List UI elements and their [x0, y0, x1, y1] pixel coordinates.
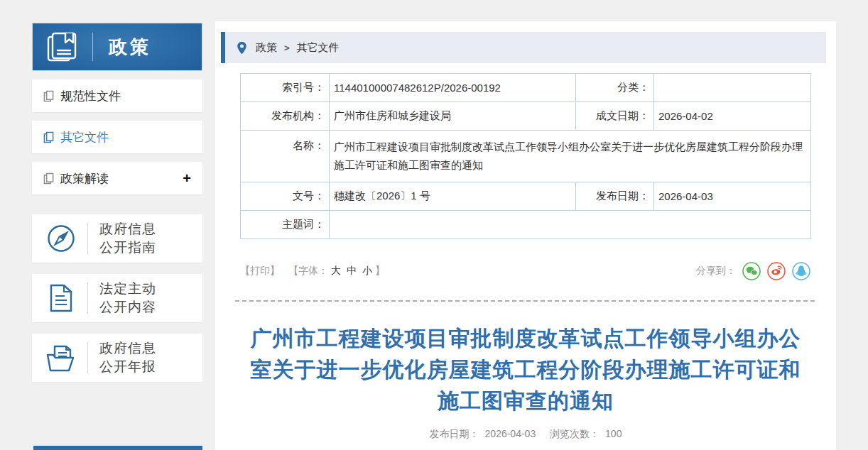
breadcrumb-link-policy[interactable]: 政策	[256, 41, 277, 55]
expand-plus-icon[interactable]: +	[183, 170, 191, 187]
table-row: 文号： 穗建改〔2026〕1 号 发布日期： 2026-04-03	[241, 182, 811, 211]
card-divider	[87, 342, 88, 373]
doc-number-label: 文号：	[241, 182, 330, 211]
table-row: 索引号： 11440100007482612P/2026-00192 分类：	[241, 74, 811, 102]
name-value: 广州市工程建设项目审批制度改革试点工作领导小组办公室关于进一步优化房屋建筑工程分…	[330, 131, 811, 182]
sidebar: 政策 规范性文件 其它文件	[32, 23, 202, 393]
doc-pages-icon	[43, 131, 54, 143]
article-meta: 发布日期：2026-04-03 浏览次数：100	[215, 428, 836, 441]
name-label: 名称：	[241, 131, 330, 182]
doc-pages-icon	[43, 90, 54, 102]
card-label: 法定主动 公开内容	[99, 280, 156, 317]
dashed-divider	[235, 300, 815, 302]
sidebar-item-label: 规范性文件	[60, 88, 121, 104]
folder-icon	[45, 342, 77, 373]
meta-publish-date: 2026-04-03	[485, 428, 536, 439]
table-row: 名称： 广州市工程建设项目审批制度改革试点工作领导小组办公室关于进一步优化房屋建…	[241, 131, 811, 182]
font-size-suffix: 】	[375, 265, 385, 276]
subject-value	[330, 211, 811, 239]
written-date-value: 2026-04-02	[654, 102, 811, 131]
book-icon	[45, 31, 80, 63]
meta-views-label: 浏览次数：	[550, 428, 600, 439]
meta-views-count: 100	[605, 428, 622, 439]
breadcrumb: 政策 > 其它文件	[221, 32, 826, 63]
index-number-label: 索引号：	[241, 74, 330, 102]
font-size-small-button[interactable]: 小	[362, 265, 372, 276]
share-label: 分享到：	[696, 265, 736, 278]
card-label: 政府信息 公开年报	[99, 339, 156, 376]
sidebar-item-label: 政策解读	[60, 170, 109, 187]
article-toolbar: 【打印】 【字体：大中小】 分享到：	[240, 262, 810, 280]
wechat-icon[interactable]	[742, 262, 761, 280]
card-gov-info-guide[interactable]: 政府信息 公开指南	[32, 214, 202, 263]
doc-number-value: 穗建改〔2026〕1 号	[330, 182, 576, 211]
category-label: 分类：	[576, 74, 654, 102]
card-legal-disclosure[interactable]: 法定主动 公开内容	[32, 274, 202, 322]
sidebar-item-other-docs[interactable]: 其它文件	[32, 121, 202, 153]
compass-icon	[45, 223, 77, 254]
header-divider	[92, 33, 93, 61]
main-panel: 政策 > 其它文件 索引号： 11440100007482612P/2026-0…	[215, 21, 836, 450]
breadcrumb-current[interactable]: 其它文件	[297, 41, 340, 55]
card-divider	[87, 223, 88, 254]
agency-label: 发布机构：	[241, 102, 330, 131]
print-font-controls: 【打印】 【字体：大中小】	[240, 265, 385, 278]
font-size-large-button[interactable]: 大	[331, 265, 341, 276]
document-meta-table: 索引号： 11440100007482612P/2026-00192 分类： 发…	[240, 73, 811, 239]
publish-date-label: 发布日期：	[576, 182, 654, 211]
breadcrumb-separator: >	[284, 43, 290, 53]
share-bar: 分享到：	[696, 262, 810, 280]
sidebar-item-label: 其它文件	[60, 129, 109, 146]
location-pin-icon	[237, 41, 247, 55]
font-size-medium-button[interactable]: 中	[347, 265, 357, 276]
table-row: 发布机构： 广州市住房和城乡建设局 成文日期： 2026-04-02	[241, 102, 811, 131]
category-value	[654, 74, 811, 102]
sidebar-next-section-bar	[33, 446, 202, 450]
weibo-icon[interactable]	[767, 262, 786, 280]
card-label: 政府信息 公开指南	[99, 220, 156, 257]
doc-pages-icon	[43, 172, 54, 185]
sidebar-title: 政策	[109, 35, 151, 60]
subject-label: 主题词：	[241, 211, 330, 239]
sidebar-header: 政策	[32, 23, 202, 71]
page: 政策 规范性文件 其它文件	[0, 0, 868, 450]
print-button[interactable]: 【打印】	[240, 265, 280, 276]
font-size-prefix: 【字体：	[288, 265, 328, 276]
table-row: 主题词：	[241, 211, 811, 239]
publish-date-value: 2026-04-03	[654, 182, 811, 211]
agency-value: 广州市住房和城乡建设局	[330, 102, 576, 131]
sidebar-item-normative-docs[interactable]: 规范性文件	[32, 79, 202, 112]
sidebar-info-cards: 政府信息 公开指南 法定主动 公开内容	[32, 214, 202, 382]
written-date-label: 成文日期：	[576, 102, 654, 131]
meta-publish-label: 发布日期：	[430, 428, 479, 439]
article-title: 广州市工程建设项目审批制度改革试点工作领导小组办公 室关于进一步优化房屋建筑工程…	[225, 323, 826, 417]
card-divider	[87, 282, 88, 314]
card-annual-report[interactable]: 政府信息 公开年报	[32, 334, 202, 382]
qq-icon[interactable]	[792, 262, 810, 280]
document-icon	[45, 282, 77, 314]
sidebar-item-policy-interpretation[interactable]: 政策解读 +	[32, 162, 202, 194]
index-number-value: 11440100007482612P/2026-00192	[330, 74, 576, 102]
